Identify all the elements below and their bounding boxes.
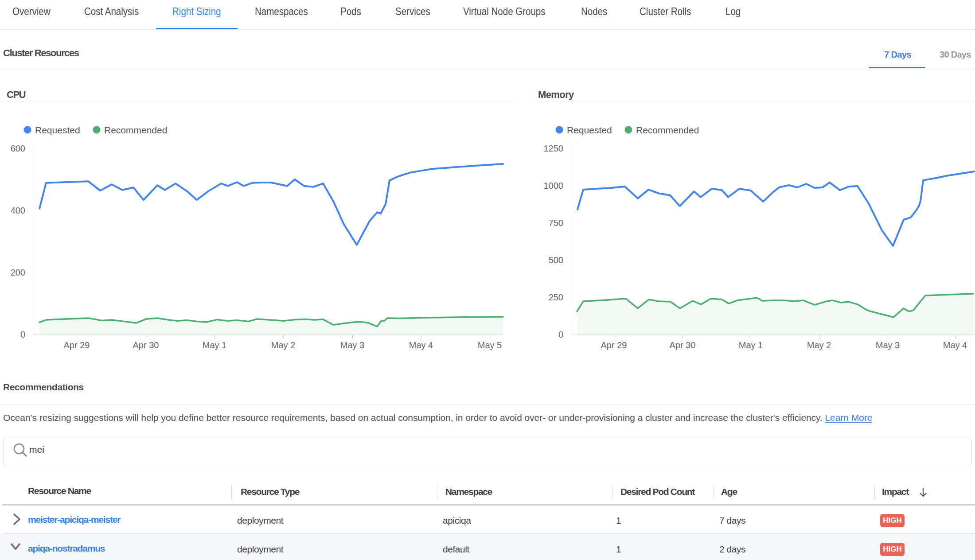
svg-text:Apr 29: Apr 29 xyxy=(64,340,90,350)
svg-text:Recommended: Recommended xyxy=(636,125,699,135)
svg-text:0: 0 xyxy=(20,330,25,339)
svg-text:May 5: May 5 xyxy=(478,340,502,350)
svg-text:Apr 30: Apr 30 xyxy=(133,340,159,350)
svg-text:750: 750 xyxy=(549,218,563,228)
svg-text:500: 500 xyxy=(549,255,563,265)
svg-text:600: 600 xyxy=(11,144,25,153)
svg-text:May 1: May 1 xyxy=(739,340,763,350)
svg-text:Requested: Requested xyxy=(35,125,80,135)
svg-text:May 2: May 2 xyxy=(807,340,831,350)
svg-text:0: 0 xyxy=(558,330,563,339)
svg-text:Apr 29: Apr 29 xyxy=(601,340,627,350)
svg-text:May 4: May 4 xyxy=(409,340,433,350)
svg-text:1000: 1000 xyxy=(544,181,564,191)
svg-text:May 1: May 1 xyxy=(203,340,226,350)
svg-text:Requested: Requested xyxy=(567,125,612,135)
svg-text:May 2: May 2 xyxy=(271,340,295,350)
svg-text:1250: 1250 xyxy=(544,144,564,153)
svg-text:May 4: May 4 xyxy=(943,340,967,350)
svg-text:Apr 30: Apr 30 xyxy=(670,340,696,350)
svg-text:May 3: May 3 xyxy=(340,340,364,350)
svg-text:200: 200 xyxy=(11,268,25,277)
svg-text:400: 400 xyxy=(11,206,25,215)
svg-text:250: 250 xyxy=(549,292,563,302)
svg-text:May 3: May 3 xyxy=(876,340,900,350)
svg-text:Recommended: Recommended xyxy=(104,125,167,135)
